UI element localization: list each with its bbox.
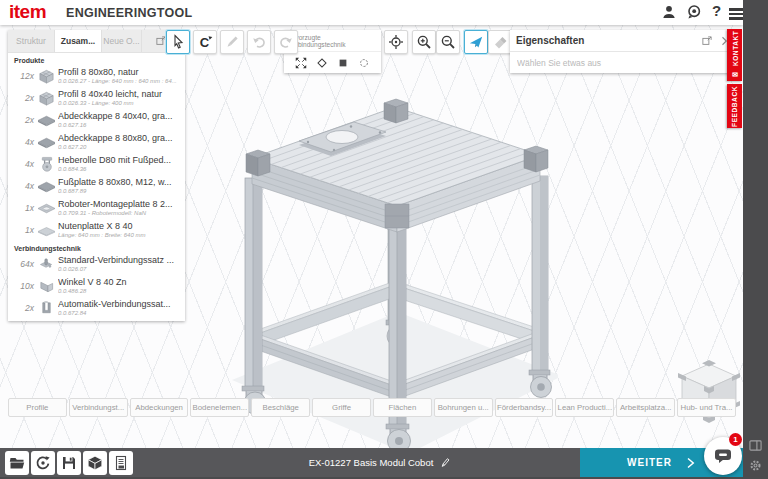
pdf-document-button[interactable]: [109, 451, 133, 475]
support-chat-icon[interactable]: [686, 4, 704, 22]
product-name: Winkel V 8 40 Zn: [58, 278, 181, 287]
3d-export-button[interactable]: [83, 451, 107, 475]
product-row[interactable]: 2xProfil 8 40x40 leicht, natur0.0.026.33…: [8, 87, 185, 109]
command-bar: EX-01227 Basis Modul Cobot WEITER: [0, 448, 743, 477]
product-name: Abdeckkappe 8 40x40, gra...: [58, 112, 181, 121]
center-target-button[interactable]: [384, 30, 408, 54]
undo-button[interactable]: [247, 30, 271, 54]
product-quantity: 4x: [12, 181, 34, 191]
cap-plate-icon: [34, 177, 58, 195]
feedback-tab[interactable]: FEEDBACK: [727, 84, 742, 128]
envelope-icon: ✉: [731, 70, 739, 79]
profile-cube-icon: [34, 67, 58, 85]
product-name: Heberolle D80 mit Fußped...: [58, 156, 181, 165]
product-subinfo: 0.0.486.28: [58, 288, 181, 294]
zoom-out-button[interactable]: [436, 30, 460, 54]
profile-cube-icon: [34, 89, 58, 107]
product-subinfo: 0.0.684.36: [58, 166, 181, 172]
fly-mode-button[interactable]: [464, 30, 488, 54]
history-button[interactable]: [31, 451, 55, 475]
product-row[interactable]: 4xAbdeckkappe 8 80x80, gra...0.0.627.20: [8, 131, 185, 153]
draw-tool-button[interactable]: [220, 30, 244, 54]
app-window: item ENGINEERINGTOOL ? Struktur Zusam...…: [0, 0, 743, 477]
speech-bubble-icon: [714, 448, 732, 464]
open-project-button[interactable]: [5, 451, 29, 475]
product-name: Roboter-Montageplatte 8 2...: [58, 200, 181, 209]
category-tab-bodenelemen[interactable]: Bodenelemen...: [190, 398, 249, 417]
product-subinfo: 0.0.026.07: [58, 266, 181, 272]
project-name: EX-01227 Basis Modul Cobot: [309, 457, 434, 468]
product-quantity: 4x: [12, 137, 34, 147]
user-account-icon[interactable]: [661, 4, 679, 22]
category-tab-griffe[interactable]: Griffe: [312, 398, 371, 417]
product-section-title: Verbindungstechnik: [8, 241, 185, 253]
category-tab-arbeitsplatza[interactable]: Arbeitsplatza...: [616, 398, 675, 417]
product-row[interactable]: 2xAbdeckkappe 8 40x40, gra...0.0.627.16: [8, 109, 185, 131]
select-tool-button[interactable]: [166, 30, 190, 54]
kontakt-tab[interactable]: ✉KONTAKT: [727, 29, 742, 81]
square-connection-icon[interactable]: [335, 55, 352, 70]
product-row[interactable]: 4xHeberolle D80 mit Fußped...0.0.684.36: [8, 153, 185, 175]
product-quantity: 1x: [12, 225, 34, 235]
product-subinfo: 0.0.026.33 - Länge: 400 mm: [58, 100, 181, 106]
product-subinfo: 0.0.687.89: [58, 188, 181, 194]
rotate-tool-button[interactable]: C: [193, 30, 217, 54]
product-name: Fußplatte 8 80x80, M12, w...: [58, 178, 181, 187]
product-name: Profil 8 40x40 leicht, natur: [58, 90, 181, 99]
product-row[interactable]: 4xFußplatte 8 80x80, M12, w...0.0.687.89: [8, 175, 185, 197]
tab-struktur[interactable]: Struktur: [8, 30, 55, 52]
product-subinfo: 0.0.026.27 - Länge: 640 mm : 640 mm : 64…: [58, 78, 181, 84]
category-tab-f-rderbandsy[interactable]: Förderbandsy...: [495, 398, 554, 417]
category-tab-bohrungen-u[interactable]: Bohrungen u...: [434, 398, 493, 417]
properties-search-input[interactable]: [510, 53, 736, 73]
product-row[interactable]: 1xNutenplatte X 8 40Länge: 640 mm : Brei…: [8, 219, 185, 241]
connector-icon: [34, 255, 58, 273]
chevron-right-icon: [686, 457, 696, 469]
properties-title: Eigenschaften: [516, 35, 696, 46]
category-tab-bar: ProfileVerbindungst...AbdeckungenBodenel…: [8, 398, 736, 417]
category-tab-fl-chen[interactable]: Flächen: [373, 398, 432, 417]
product-quantity: 2x: [12, 303, 34, 313]
svg-text:C: C: [200, 35, 210, 50]
zoom-in-button[interactable]: [412, 30, 436, 54]
product-name: Automatik-Verbindungssat...: [58, 300, 181, 309]
circle-connection-icon[interactable]: [356, 55, 373, 70]
auto-position-icon[interactable]: [293, 55, 310, 70]
product-quantity: 12x: [12, 71, 34, 81]
structure-panel-tabs: Struktur Zusam... Neue O...: [8, 30, 185, 53]
product-row[interactable]: 64xStandard-Verbindungssatz ...0.0.026.0…: [8, 253, 185, 275]
category-tab-hub-und-tra[interactable]: Hub- und Tra...: [677, 398, 736, 417]
eraser-button[interactable]: [488, 30, 512, 54]
notification-badge: 1: [729, 433, 742, 446]
diamond-connection-icon[interactable]: [314, 55, 331, 70]
popout-properties-icon[interactable]: [701, 35, 713, 47]
product-row[interactable]: 10xWinkel V 8 40 Zn0.0.486.28: [8, 275, 185, 297]
strip-settings-icon[interactable]: [749, 458, 762, 471]
product-quantity: 64x: [12, 259, 34, 269]
tab-neue-objekte[interactable]: Neue O...: [102, 30, 142, 52]
help-icon[interactable]: ?: [712, 2, 730, 20]
category-tab-profile[interactable]: Profile: [8, 398, 67, 417]
product-list: Produkte12xProfil 8 80x80, natur0.0.026.…: [8, 53, 185, 321]
tab-zusammenstellung[interactable]: Zusam...: [55, 30, 102, 52]
product-row[interactable]: 2xAutomatik-Verbindungssat...0.0.672.84: [8, 297, 185, 319]
app-header: item ENGINEERINGTOOL ?: [0, 0, 743, 25]
product-quantity: 2x: [12, 115, 34, 125]
product-name: Profil 8 80x80, natur: [58, 68, 181, 77]
save-button[interactable]: [57, 451, 81, 475]
product-name: Nutenplatte X 8 40: [58, 222, 181, 231]
product-subinfo: Länge: 640 mm : Breite: 640 mm: [58, 232, 181, 238]
redo-button[interactable]: [274, 30, 298, 54]
category-tab-beschl-ge[interactable]: Beschläge: [251, 398, 310, 417]
cap-plate-icon: [34, 133, 58, 151]
category-tab-abdeckungen[interactable]: Abdeckungen: [130, 398, 189, 417]
product-row[interactable]: 1xRoboter-Montageplatte 8 2...0.0.709.31…: [8, 197, 185, 219]
flat-plate-icon: [34, 221, 58, 239]
caster-icon: [34, 155, 58, 173]
edit-project-name-icon[interactable]: [439, 457, 451, 469]
category-tab-lean-producti[interactable]: Lean Producti...: [555, 398, 614, 417]
product-row[interactable]: 12xProfil 8 80x80, natur0.0.026.27 - Län…: [8, 65, 185, 87]
category-tab-verbindungst[interactable]: Verbindungst...: [69, 398, 128, 417]
product-subinfo: 0.0.627.16: [58, 122, 181, 128]
side-panel-icon[interactable]: [749, 438, 762, 451]
